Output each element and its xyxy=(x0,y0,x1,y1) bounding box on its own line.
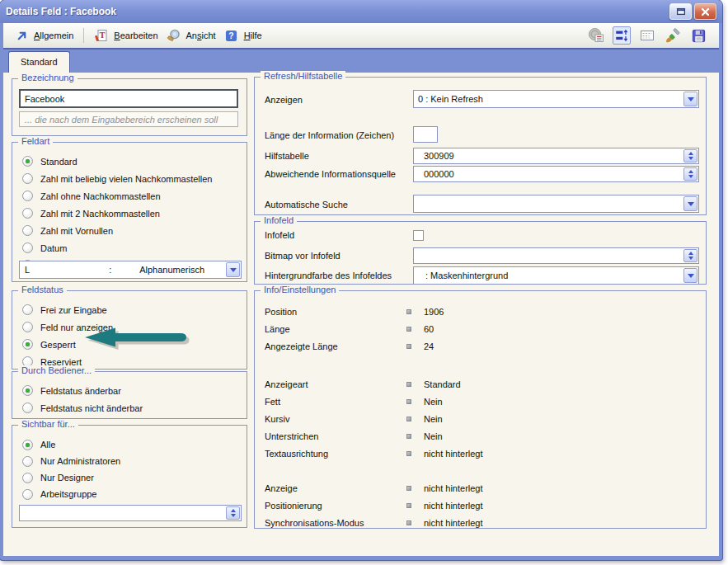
tab-standard[interactable]: Standard xyxy=(8,51,70,73)
radio-row-aenderbar[interactable]: Feldstatus änderbar xyxy=(22,382,242,399)
radio-icon[interactable] xyxy=(22,156,33,167)
screen: Details Feld : Facebook Allgemein xyxy=(0,0,728,565)
radio-row-zahl-beliebig[interactable]: Zahl mit beliebig vielen Nachkommastelle… xyxy=(22,170,242,187)
bullet-icon xyxy=(406,327,411,332)
radio-row-alle[interactable]: Alle xyxy=(22,436,242,453)
form-icon[interactable] xyxy=(638,26,656,45)
spinner-icon[interactable] xyxy=(683,167,697,181)
info-value: Nein xyxy=(424,397,443,407)
automatische-suche-select[interactable] xyxy=(413,195,699,213)
feldart-type-code: L xyxy=(25,265,30,275)
radio-icon[interactable] xyxy=(22,440,33,450)
group-refresh-title: Refresh/Hilfstabelle xyxy=(261,71,345,81)
info-row-spacer xyxy=(265,355,699,375)
radio-icon[interactable] xyxy=(22,208,33,219)
bullet-icon xyxy=(406,417,411,421)
radio-icon[interactable] xyxy=(22,473,33,483)
anzeigen-value: 0 : Kein Refresh xyxy=(418,94,483,104)
bullet-icon xyxy=(406,434,411,439)
chevron-down-icon[interactable] xyxy=(683,92,697,106)
radio-icon[interactable] xyxy=(22,403,33,413)
radio-icon[interactable] xyxy=(22,191,33,201)
infofeld-checkbox[interactable] xyxy=(413,230,424,241)
annotation-arrow-icon xyxy=(81,324,198,351)
info-row-anzeige: Anzeige nicht hinterlegt xyxy=(265,479,699,497)
bullet-icon xyxy=(406,344,411,349)
menu-allgemein[interactable]: Allgemein xyxy=(10,26,77,45)
menu-bearbeiten-label: Bearbeiten xyxy=(114,31,157,40)
info-label: Angezeigte Länge xyxy=(265,341,406,351)
minimize-button[interactable] xyxy=(669,3,692,20)
radio-label: Nur Designer xyxy=(40,473,94,483)
chevron-down-icon[interactable] xyxy=(683,196,697,211)
sort-icon[interactable] xyxy=(613,26,631,45)
info-label: Textausrichtung xyxy=(265,449,406,459)
radio-icon[interactable] xyxy=(22,242,33,253)
spinner-icon[interactable] xyxy=(683,149,697,162)
radio-row-datum[interactable]: Datum xyxy=(22,239,242,257)
radio-row-zahl-ohne[interactable]: Zahl ohne Nachkommastellen xyxy=(22,187,242,205)
bezeichnung-input[interactable] xyxy=(19,89,238,108)
feldart-type-combo[interactable]: L : Alphanumerisch xyxy=(19,261,242,279)
menu-allgemein-label: Allgemein xyxy=(34,31,73,40)
bezeichnung-hint: ... die nach dem Eingabebereich erschein… xyxy=(19,111,238,127)
radio-row-standard[interactable]: Standard xyxy=(22,153,242,170)
menu-bearbeiten[interactable]: T Bearbeiten xyxy=(90,26,162,45)
radio-row-frei[interactable]: Frei zur Eingabe xyxy=(22,301,242,318)
bitmap-label: Bitmap vor Infofeld xyxy=(265,251,341,261)
bullet-icon xyxy=(406,399,411,404)
radio-row-administratoren[interactable]: Nur Administratoren xyxy=(22,453,242,469)
radio-label: Zahl mit beliebig vielen Nachkommastelle… xyxy=(40,174,212,184)
menu-ansicht[interactable]: Ansicht xyxy=(162,26,220,45)
info-row-textausrichtung: Textausrichtung nicht hinterlegt xyxy=(265,445,699,462)
anzeigen-select[interactable]: 0 : Kein Refresh xyxy=(413,90,699,108)
hilfstabelle-input[interactable]: 300909 xyxy=(413,148,699,164)
radio-icon[interactable] xyxy=(22,385,33,396)
info-row-synchronisations-modus: Synchronisations-Modus nicht hinterlegt xyxy=(265,514,699,531)
info-row-kursiv: Kursiv Nein xyxy=(265,410,699,427)
menu-ansicht-label: Ansicht xyxy=(186,31,216,40)
radio-icon[interactable] xyxy=(22,339,33,350)
chevron-down-icon[interactable] xyxy=(683,268,697,283)
info-row-angezeigte-laenge: Angezeigte Länge 24 xyxy=(265,337,699,355)
group-infofeld-title: Infofeld xyxy=(261,215,297,225)
info-row-unterstrichen: Unterstrichen Nein xyxy=(265,427,699,445)
stamp-icon[interactable] xyxy=(587,26,605,45)
close-button[interactable] xyxy=(694,3,716,20)
radio-icon[interactable] xyxy=(22,173,33,184)
spinner-icon[interactable] xyxy=(226,506,240,520)
hintergrundfarbe-select[interactable]: : Maskenhintergrund xyxy=(413,266,699,285)
radio-row-nicht-aenderbar[interactable]: Feldstatus nicht änderbar xyxy=(22,399,242,417)
info-label: Position xyxy=(265,307,406,317)
radio-label: Feldstatus nicht änderbar xyxy=(40,403,143,413)
save-icon[interactable] xyxy=(689,26,707,45)
window-title: Details Feld : Facebook xyxy=(6,6,667,17)
radio-label: Alle xyxy=(40,440,55,450)
radio-icon[interactable] xyxy=(22,225,33,236)
menu-hilfe[interactable]: ? Hilfe xyxy=(220,26,266,45)
brush-icon[interactable] xyxy=(664,26,682,45)
laenge-information-input[interactable] xyxy=(413,126,438,143)
svg-text:T: T xyxy=(100,31,106,40)
info-label: Fett xyxy=(265,397,406,407)
radio-row-vornullen[interactable]: Zahl mit Vornullen xyxy=(22,222,242,239)
radio-icon[interactable] xyxy=(22,304,33,315)
group-durch-bediener-title: Durch Bediener... xyxy=(18,365,95,375)
bitmap-input[interactable] xyxy=(413,247,699,264)
radio-row-arbeitsgruppe[interactable]: Arbeitsgruppe xyxy=(22,486,242,502)
informationsquelle-value: 000000 xyxy=(424,169,454,179)
radio-icon[interactable] xyxy=(22,456,33,467)
toolbar-right-icons xyxy=(587,26,712,45)
radio-row-zahl-2[interactable]: Zahl mit 2 Nachkommastellen xyxy=(22,205,242,222)
info-row-positionierung: Positionierung nicht hinterlegt xyxy=(265,497,699,514)
chevron-down-icon[interactable] xyxy=(226,262,240,277)
radio-row-designer[interactable]: Nur Designer xyxy=(22,469,242,486)
radio-icon[interactable] xyxy=(22,322,33,332)
informationsquelle-input[interactable]: 000000 xyxy=(413,166,699,182)
radio-icon[interactable] xyxy=(22,489,33,500)
arbeitsgruppe-input[interactable] xyxy=(19,505,242,521)
info-label: Synchronisations-Modus xyxy=(265,518,406,528)
radio-label: Arbeitsgruppe xyxy=(40,489,97,499)
spinner-icon[interactable] xyxy=(683,249,697,262)
close-icon xyxy=(701,7,710,16)
